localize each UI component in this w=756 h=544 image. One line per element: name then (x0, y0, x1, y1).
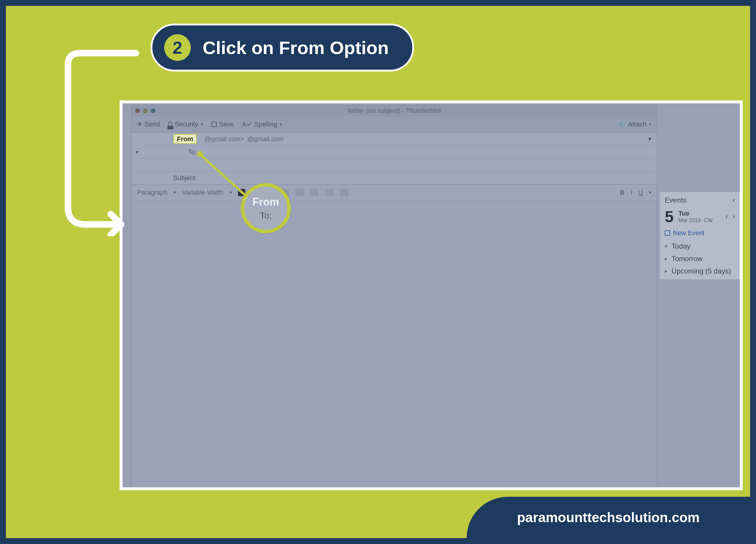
step-number-badge: 2 (164, 34, 191, 61)
from-row[interactable]: From @gmail.com> @gmail.com ▾ (132, 133, 657, 146)
lock-icon (168, 122, 172, 127)
compose-headers: From @gmail.com> @gmail.com ▾ ▾ To: (132, 133, 657, 185)
triangle-right-icon: ▸ (665, 255, 667, 262)
compose-body[interactable] (132, 201, 657, 490)
guide-arrow (62, 47, 151, 236)
brand-footer: paramounttechsolution.com (467, 497, 750, 538)
subject-row[interactable]: Subject: (132, 172, 657, 185)
outer-navy-frame: 2 Click on From Option Write (0, 0, 756, 544)
chevron-left-icon[interactable]: ‹ (726, 212, 728, 221)
attach-label: Attach (628, 120, 646, 128)
spelling-button[interactable]: A✓ Spelling ▾ (242, 120, 282, 128)
from-value[interactable]: @gmail.com> @gmail.com ▾ (201, 135, 657, 143)
magnified-to-label: To: (260, 211, 272, 221)
chevron-down-icon: ▾ (649, 189, 651, 196)
events-title: Events (665, 196, 686, 204)
window-titlebar: Write: (no subject) - Thunderbird (132, 105, 657, 116)
security-label: Security (175, 120, 198, 128)
today-section[interactable]: ▾ Today (665, 242, 735, 250)
chevron-down-icon[interactable]: ▾ (648, 135, 651, 143)
upcoming-label: Upcoming (5 days) (672, 267, 731, 275)
step-pill: 2 Click on From Option (151, 24, 414, 71)
image-icon[interactable] (310, 189, 319, 196)
plus-box-icon (665, 230, 670, 236)
calendar-date: 5 Tue Mar 2019 CW ‹ › (665, 207, 735, 226)
link-icon[interactable] (325, 189, 334, 196)
subject-label: Subject: (142, 174, 201, 182)
paperclip-icon: 📎 (618, 120, 626, 128)
attach-button[interactable]: 📎 Attach ▾ (618, 120, 651, 128)
compose-toolbar: ✈ Send Security ▾ Save (132, 116, 657, 133)
step-title: Click on From Option (203, 37, 389, 58)
magnified-from-label: From (252, 196, 279, 208)
triangle-right-icon: ▸ (665, 268, 667, 274)
day-number: 5 (665, 207, 674, 226)
font-select[interactable]: Variable Width (182, 189, 224, 196)
new-event-label: New Event (673, 229, 704, 237)
new-event-button[interactable]: New Event (665, 229, 735, 237)
thunderbird-compose-window: Write: (no subject) - Thunderbird ✈ Send… (131, 105, 657, 486)
to-row[interactable]: ▾ To: (132, 146, 657, 159)
bold-button[interactable]: B (620, 189, 625, 196)
upcoming-section[interactable]: ▸ Upcoming (5 days) (665, 267, 735, 275)
insert-icon[interactable] (295, 189, 304, 196)
magnifier-callout: From To: (241, 183, 291, 233)
to-label: To: (142, 148, 201, 156)
spacer-row (132, 159, 657, 172)
chevron-right-icon[interactable]: › (733, 212, 735, 221)
chevron-down-icon: ▾ (173, 189, 176, 196)
weekday: Tue (678, 210, 713, 217)
spellcheck-icon: A✓ (242, 120, 252, 128)
lime-panel: 2 Click on From Option Write (6, 6, 750, 538)
chevron-left-icon[interactable]: ‹ (733, 196, 735, 204)
italic-button[interactable]: I (630, 189, 632, 196)
security-button[interactable]: Security ▾ (168, 120, 203, 128)
calendar-week: CW (704, 217, 713, 223)
from-label-chip[interactable]: From (173, 134, 197, 144)
table-icon[interactable] (340, 189, 348, 196)
window-title: Write: (no subject) - Thunderbird (132, 107, 657, 115)
spelling-label: Spelling (254, 120, 277, 128)
screenshot-content: Write: (no subject) - Thunderbird ✈ Send… (123, 103, 740, 487)
triangle-down-icon: ▾ (665, 243, 667, 250)
save-icon (211, 122, 217, 127)
chevron-down-icon: ▾ (229, 189, 232, 196)
screenshot-frame: Write: (no subject) - Thunderbird ✈ Send… (120, 100, 743, 490)
today-label: Today (672, 242, 690, 250)
calendar-panel: Events ‹ 5 Tue Mar 2019 CW ‹ › (660, 192, 740, 279)
chevron-down-icon: ▾ (280, 121, 282, 128)
save-label: Save (219, 120, 234, 128)
chevron-down-icon: ▾ (201, 121, 203, 128)
chevron-down-icon: ▾ (649, 121, 651, 128)
save-button[interactable]: Save (211, 120, 234, 128)
tomorrow-section[interactable]: ▸ Tomorrow (665, 255, 735, 263)
month-year: Mar 2019 (678, 217, 701, 223)
format-toolbar: Paragraph ▾ Variable Width ▾ B I (132, 185, 657, 201)
underline-button[interactable]: U (638, 189, 643, 196)
tomorrow-label: Tomorrow (672, 255, 703, 263)
from-email-b: @gmail.com (247, 135, 283, 143)
brand-url: paramounttechsolution.com (517, 509, 700, 525)
from-email-a: @gmail.com> (204, 135, 244, 143)
